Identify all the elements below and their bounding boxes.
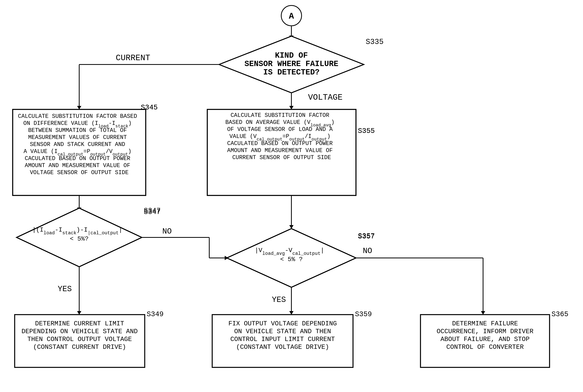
step-s345: S345 — [147, 102, 164, 110]
s345-l6d: output) — [66, 149, 93, 156]
diamond-s335-line2: SENSOR WHERE FAILURE — [247, 59, 336, 68]
step-s335: S335 — [363, 36, 381, 44]
yes-s347-label: YES — [58, 285, 72, 294]
s355-l6: AMOUNT AND MEASUREMENT VALUE OF — [216, 151, 336, 158]
s365-l4: CONTROL OF CONVERTER — [447, 342, 527, 350]
no-s357-label: NO — [362, 246, 371, 256]
s355-l1: CALCULATE SUBSTITUTION FACTOR — [220, 112, 332, 119]
step-s357: S357 — [356, 234, 374, 242]
s345-l7: CACULATED BASED ON OUTPUT POWER — [19, 156, 139, 164]
s349-l4: (CONSTANT CURRENT DRIVE) — [32, 342, 128, 350]
step-s355: S355 — [350, 130, 368, 139]
s345-l3: BETWEEN SUMMATION OF TOTAL OF — [23, 127, 135, 134]
diamond-s335-line1: KIND OF — [276, 52, 307, 60]
s359-l1: FIX OUTPUT VOLTAGE DEPENDING — [226, 319, 337, 326]
s349-l3: THEN CONTROL OUTPUT VOLTAGE — [27, 334, 134, 342]
s345-l8: AMOUNT AND MEASUREMENT VALUE OF — [19, 164, 139, 171]
d-s347-l2: < 5%? — [69, 236, 89, 244]
d-s357-l2: < 5% ? — [279, 256, 304, 264]
s345-l1: CALCULATE SUBSTITUTION FACTOR BASED — [11, 112, 147, 119]
s365-l2: OCCURRENCE, INFORM DRIVER — [437, 327, 537, 334]
s345-l5: SENSOR AND STACK CURRENT AND — [25, 142, 134, 149]
s359-l2: ON VEHICLE STATE AND THEN — [232, 327, 332, 334]
step-s365: S365 — [553, 310, 571, 319]
current-label: CURRENT — [130, 53, 163, 62]
s349-l1: DETERMINE CURRENT LIMIT — [34, 319, 126, 326]
flowchart-diagram: A KIND OF SENSOR WHERE FAILURE IS DETECT… — [0, 0, 583, 392]
s345-l9: VOLTAGE SENSOR OF OUTPUT SIDE — [23, 172, 135, 178]
s345-l2c: stack) — [68, 120, 91, 127]
step-s359: S359 — [354, 310, 372, 319]
s355-l2s: load_avg) — [258, 120, 293, 127]
d-s357-l1c: cal_output| — [269, 246, 314, 254]
yes-s357-label: YES — [272, 294, 286, 303]
s365-l1: DETERMINE FAILURE — [453, 319, 521, 326]
diamond-s335-line3: IS DETECTED? — [265, 67, 318, 76]
s359-l4: (CONSTANT VOLTAGE DRIVE) — [234, 342, 330, 350]
s345-l4: MEASUREMENT VALUES OF CURRENT — [23, 134, 135, 142]
step-s349: S349 — [147, 310, 164, 319]
s355-l3: OF VOLTAGE SENSOR OF LOAD AND A — [216, 128, 336, 135]
s349-l2: DEPENDING ON VEHICLE STATE AND — [20, 327, 140, 334]
no-s347-label: NO — [160, 227, 170, 236]
s359-l3: CONTROL INPUT LIMIT CURRENT — [228, 334, 336, 342]
s355-l7: CURRENT SENSOR OF OUTPUT SIDE — [220, 159, 332, 166]
s355-l4d: output) — [262, 136, 289, 143]
d-s347-l1d: |cal_output|| — [52, 226, 106, 234]
connector-a-label: A — [289, 11, 294, 20]
s355-l5: CACULATED BASED ON OUTPUT POWER — [216, 143, 336, 150]
step-s347: S347 — [142, 210, 160, 218]
voltage-label: VOLTAGE — [305, 93, 338, 102]
s365-l3: ABOUT FAILURE, AND STOP — [441, 334, 533, 342]
